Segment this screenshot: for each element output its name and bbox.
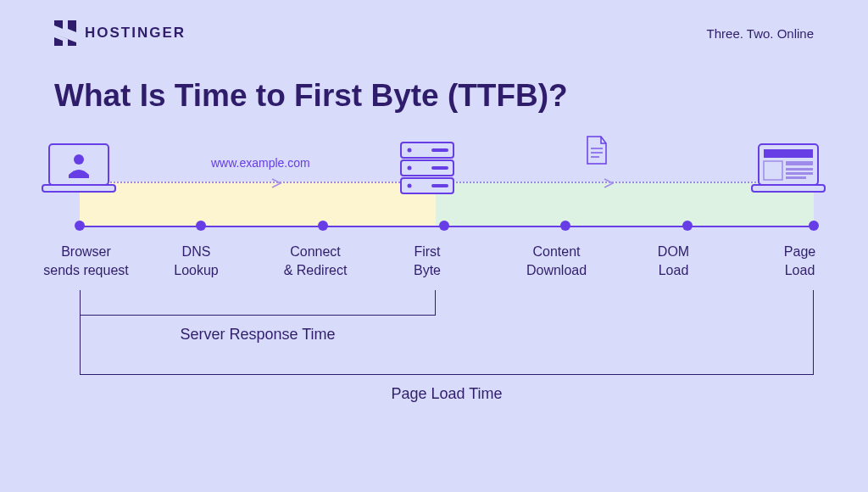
stage-label: PageLoad [768,243,832,279]
stage-marker [75,221,85,231]
stage-label: DNSLookup [160,243,232,279]
stage-label: ContentDownload [512,243,601,279]
logo-mark-icon [54,20,76,46]
svg-rect-17 [764,149,813,158]
svg-rect-20 [786,172,813,175]
stage-label: Connect& Redirect [273,243,358,279]
document-icon [584,135,609,167]
svg-point-8 [408,184,412,188]
laptop-browser-icon [39,141,120,200]
stage-label: DOMLoad [642,243,705,279]
page-title: What Is Time to First Byte (TTFB)? [0,46,868,114]
stage-marker [560,221,570,231]
stage-label: FirstByte [398,243,457,279]
page-load-label: Page Load Time [80,385,814,403]
svg-rect-18 [786,161,813,165]
svg-rect-1 [42,185,115,192]
svg-rect-21 [786,176,806,179]
stage-marker [318,221,328,231]
page-load-bracket [80,290,814,375]
arrow-icon [270,177,284,189]
svg-rect-9 [431,148,448,152]
svg-rect-19 [786,168,813,171]
svg-point-7 [408,166,412,171]
timeline-markers [80,221,814,231]
svg-rect-11 [431,184,448,187]
hostinger-logo: HOSTINGER [54,20,186,46]
stage-marker [682,221,693,231]
server-phase-band [80,182,436,226]
stage-marker [196,221,206,231]
example-url: www.example.com [211,156,310,170]
svg-rect-16 [752,185,825,192]
server-icon [398,141,457,197]
stage-marker [439,221,449,231]
tagline: Three. Two. Online [707,26,814,41]
brand-name: HOSTINGER [85,25,186,42]
stage-marker [809,221,819,231]
stage-label: Browsersends request [37,243,135,279]
arrow-icon [603,177,616,189]
svg-point-2 [74,154,84,165]
ttfb-diagram: www.example.com [54,148,814,436]
laptop-page-icon [748,141,829,200]
svg-rect-10 [431,166,448,170]
svg-point-6 [408,148,412,153]
